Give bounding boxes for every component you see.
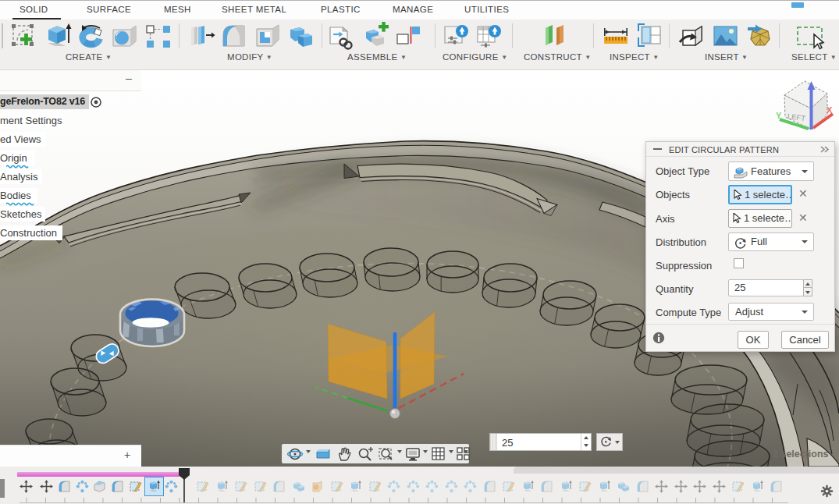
svg-text:X: X (827, 105, 833, 115)
svg-text:Y: Y (776, 111, 782, 120)
